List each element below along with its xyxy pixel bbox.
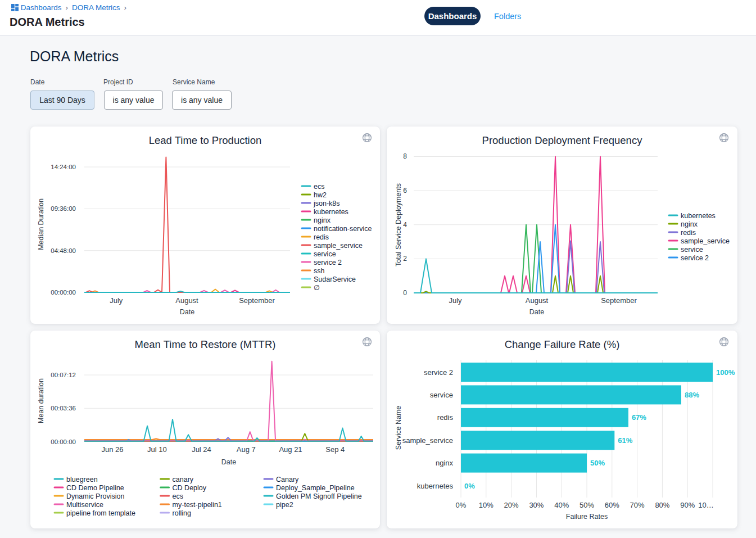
svg-text:20%: 20% (504, 501, 519, 509)
svg-text:0%: 0% (464, 482, 475, 490)
svg-text:90%: 90% (680, 501, 695, 509)
svg-text:70%: 70% (630, 501, 645, 509)
svg-text:nginx: nginx (681, 220, 698, 228)
svg-text:nginx: nginx (314, 216, 331, 224)
svg-text:Canary: Canary (276, 476, 299, 483)
svg-text:August: August (175, 296, 198, 305)
svg-text:Deploy_Sample_Pipeline: Deploy_Sample_Pipeline (276, 484, 355, 492)
svg-text:Multiservice: Multiservice (66, 501, 103, 509)
svg-text:service 2: service 2 (424, 368, 453, 377)
svg-text:Golden PM Signoff Pipeline: Golden PM Signoff Pipeline (276, 492, 362, 500)
svg-text:Jul 24: Jul 24 (192, 445, 211, 454)
svg-text:canary: canary (173, 476, 194, 483)
svg-text:nginx: nginx (436, 459, 454, 467)
svg-text:0%: 0% (456, 501, 467, 509)
svg-text:ecs: ecs (314, 183, 324, 191)
svg-text:61%: 61% (618, 436, 632, 445)
svg-text:redis: redis (437, 413, 454, 422)
svg-text:ecs: ecs (173, 492, 183, 500)
svg-text:Production Deployment Frequenc: Production Deployment Frequency (482, 134, 643, 146)
svg-text:40%: 40% (554, 501, 569, 509)
svg-text:67%: 67% (632, 413, 646, 422)
svg-text:4: 4 (403, 221, 407, 229)
svg-text:00:00:00: 00:00:00 (51, 438, 76, 445)
svg-text:Date: Date (180, 308, 194, 316)
svg-text:Failure Rates: Failure Rates (566, 513, 608, 521)
svg-text:60%: 60% (605, 501, 619, 509)
svg-text:my-test-pipelin1: my-test-pipelin1 (173, 501, 222, 509)
svg-text:rolling: rolling (173, 509, 191, 517)
svg-text:Lead Time to Production: Lead Time to Production (149, 134, 262, 146)
svg-text:CD Demo Pipeline: CD Demo Pipeline (66, 484, 124, 492)
svg-text:kubernetes: kubernetes (417, 482, 454, 490)
svg-text:6: 6 (403, 187, 407, 195)
svg-text:10%: 10% (479, 501, 494, 509)
svg-text:July: July (110, 296, 123, 305)
svg-text:50%: 50% (590, 459, 605, 467)
svg-text:Mean Time to Restore (MTTR): Mean Time to Restore (MTTR) (135, 338, 276, 350)
svg-text:∅: ∅ (314, 284, 320, 292)
svg-text:Mean duration: Mean duration (37, 378, 45, 423)
svg-text:0: 0 (403, 289, 407, 297)
svg-text:json-k8s: json-k8s (313, 200, 340, 207)
svg-text:Change Failure Rate (%): Change Failure Rate (%) (505, 338, 620, 350)
svg-text:00:00:00: 00:00:00 (51, 289, 76, 296)
svg-text:Aug 7: Aug 7 (237, 445, 256, 454)
svg-text:Total Service Deployments: Total Service Deployments (395, 183, 402, 266)
svg-text:Service Name: Service Name (395, 406, 402, 450)
svg-text:service: service (314, 250, 336, 258)
svg-text:Jun 26: Jun 26 (101, 445, 123, 454)
svg-text:Date: Date (221, 458, 236, 466)
svg-text:sample_service: sample_service (314, 242, 363, 250)
svg-text:pipe2: pipe2 (276, 501, 293, 509)
svg-text:Dynamic Provision: Dynamic Provision (66, 492, 125, 500)
svg-text:bluegreen: bluegreen (66, 476, 98, 483)
svg-text:Date: Date (529, 308, 544, 316)
svg-text:09:36:00: 09:36:00 (51, 205, 76, 212)
svg-text:Jul 10: Jul 10 (147, 445, 167, 454)
svg-text:14:24:00: 14:24:00 (51, 164, 76, 170)
svg-text:50%: 50% (580, 501, 594, 509)
svg-text:service: service (681, 246, 703, 254)
svg-text:September: September (601, 296, 637, 305)
svg-text:service 2: service 2 (681, 254, 709, 262)
svg-text:2: 2 (403, 255, 407, 263)
svg-text:8: 8 (403, 152, 407, 160)
svg-text:pipeline from template: pipeline from template (66, 509, 135, 517)
svg-text:30%: 30% (529, 501, 544, 509)
svg-text:ssh: ssh (314, 267, 325, 275)
svg-text:00:07:12: 00:07:12 (51, 372, 76, 378)
svg-text:kubernetes: kubernetes (314, 208, 348, 216)
svg-text:service: service (430, 391, 453, 399)
svg-text:redis: redis (314, 233, 329, 241)
svg-text:notification-service: notification-service (314, 225, 372, 233)
svg-text:SudarService: SudarService (314, 275, 356, 283)
svg-text:sample_service: sample_service (681, 237, 730, 245)
svg-text:August: August (526, 296, 549, 305)
svg-text:redis: redis (681, 229, 696, 237)
svg-text:kubernetes: kubernetes (681, 212, 716, 220)
svg-text:CD Deploy: CD Deploy (173, 484, 207, 492)
svg-text:September: September (239, 296, 275, 305)
svg-text:88%: 88% (685, 391, 699, 399)
svg-text:80%: 80% (655, 501, 669, 509)
svg-text:Sep 4: Sep 4 (325, 445, 345, 454)
svg-text:sample_service: sample_service (402, 436, 453, 445)
svg-text:Aug 21: Aug 21 (279, 445, 302, 454)
svg-text:service 2: service 2 (314, 259, 342, 266)
svg-text:10…: 10… (698, 501, 713, 509)
svg-text:Median Duration: Median Duration (37, 198, 45, 250)
svg-text:July: July (449, 296, 462, 305)
svg-text:00:03:36: 00:03:36 (51, 405, 76, 412)
svg-text:04:48:00: 04:48:00 (51, 247, 76, 254)
svg-text:hw2: hw2 (314, 191, 327, 199)
svg-text:100%: 100% (716, 368, 735, 377)
